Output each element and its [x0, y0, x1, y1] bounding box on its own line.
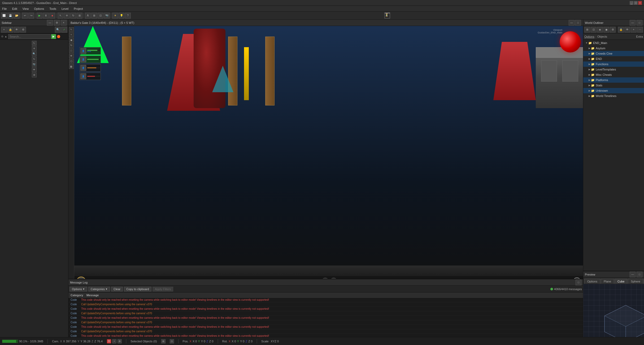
toolbar-btn-help[interactable]: ? — [125, 13, 131, 19]
close-button[interactable]: × — [638, 1, 642, 5]
sidebar-minimize-btn[interactable]: — — [47, 20, 53, 26]
viewport[interactable]: ↖ + ◉ ↻ □ 👁 ⬡ ▦ — [68, 26, 583, 287]
menu-view[interactable]: View — [21, 7, 30, 11]
toolbar-btn-5[interactable]: ↪ — [28, 13, 34, 19]
vp-nav-sphere[interactable]: ◉ — [69, 38, 74, 42]
vp-nav-camera[interactable]: □ — [69, 48, 74, 53]
viewport-minimize-btn[interactable]: — — [569, 20, 575, 26]
menu-options[interactable]: Options — [33, 7, 45, 11]
nav-settings-btn[interactable]: ⚙ — [32, 73, 37, 77]
sidebar-eye-btn[interactable]: 👁 — [14, 27, 20, 33]
outliner-item-stats[interactable]: ▶ 📁 Stats — [583, 83, 644, 88]
minimize-button[interactable]: _ — [630, 1, 633, 5]
outliner-expand-btn[interactable]: □ — [637, 20, 642, 26]
toolbar-btn-light1[interactable]: ☀ — [112, 13, 118, 19]
toolbar-btn-grid[interactable]: ⊞ — [91, 13, 97, 19]
toolbar-btn-stop[interactable]: ■ — [49, 13, 55, 19]
msg-categories-btn[interactable]: Categories ▼ — [88, 287, 110, 291]
outliner-minimize-btn[interactable]: — — [630, 20, 636, 26]
sidebar-search-input[interactable] — [8, 34, 51, 39]
outliner-icon-eye[interactable]: 👁 — [624, 27, 630, 33]
outliner-icon-5[interactable]: ⚙ — [610, 27, 616, 33]
outliner-icon-2[interactable]: ⊡ — [591, 27, 597, 33]
outliner-item-functions[interactable]: ▶ 📁 Functions — [583, 61, 644, 67]
toolbar-btn-2[interactable]: 💾 — [7, 13, 13, 19]
msg-apply-btn[interactable]: Apply Filters — [153, 287, 173, 291]
preview-tab-plane[interactable]: Plane — [601, 279, 614, 284]
toolbar-btn-move[interactable]: ✛ — [64, 13, 70, 19]
menu-edit[interactable]: Edit — [11, 7, 18, 11]
msg-expand-btn[interactable]: □ — [576, 280, 581, 285]
menu-level[interactable]: Level — [60, 7, 69, 11]
status-selected-icon-2[interactable]: ⊡ — [170, 339, 174, 343]
vp-nav-move[interactable]: + — [69, 32, 74, 37]
outliner-icon-4[interactable]: ◉ — [603, 27, 609, 33]
toolbar-btn-3[interactable]: 📂 — [14, 13, 20, 19]
nav-zoom-btn[interactable]: 🔍 — [32, 51, 37, 56]
msg-copy-btn[interactable]: Copy to clipboard — [124, 287, 151, 291]
toolbar-btn-a[interactable]: A — [85, 13, 91, 19]
nav-cursor-btn[interactable]: ↖ — [32, 41, 37, 46]
maximize-button[interactable]: □ — [634, 1, 638, 5]
outliner-options-label[interactable]: Options — [584, 35, 594, 38]
toolbar-btn-play[interactable]: ▶ — [37, 13, 42, 19]
outliner-extra-label[interactable]: Extra — [636, 35, 643, 38]
viewport-expand-btn[interactable]: □ — [575, 20, 581, 26]
status-selected-icon[interactable]: ⊞ — [161, 339, 166, 343]
sidebar-collapse-icon[interactable]: ▲ — [5, 35, 7, 38]
status-cam-icon-1[interactable]: ⚑ — [107, 339, 111, 343]
outliner-icon-3[interactable]: ◈ — [597, 27, 603, 33]
sidebar-search-btn[interactable]: 🔍 — [55, 27, 61, 33]
vp-nav-eye[interactable]: 👁 — [69, 54, 74, 58]
outliner-item-crowds-cine[interactable]: ▶ 📁 Crowds Cine — [583, 51, 644, 56]
sidebar-close-btn[interactable]: × — [61, 20, 67, 26]
toolbar-btn-select[interactable]: ↖ — [58, 13, 63, 19]
preview-tab-sphere[interactable]: Sphere — [628, 279, 643, 284]
vp-nav-cursor[interactable]: ↖ — [69, 27, 74, 32]
outliner-icon-lock[interactable]: 🔒 — [618, 27, 624, 33]
toolbar-btn-cam[interactable]: 📷 — [104, 13, 110, 19]
outliner-icon-add[interactable]: + — [631, 27, 637, 33]
vp-nav-5[interactable]: ▦ — [69, 64, 74, 69]
msg-options-btn[interactable]: Options ▼ — [69, 287, 87, 291]
preview-minimize-btn[interactable]: — — [630, 272, 636, 277]
outliner-item-leveltemplates[interactable]: ▶ 📁 LevelTemplates — [583, 67, 644, 72]
toolbar-btn-snap[interactable]: ⊡ — [98, 13, 103, 19]
preview-tab-cube[interactable]: Cube — [615, 279, 627, 284]
nav-move-btn[interactable]: ✛ — [32, 46, 37, 51]
sidebar-lock-btn[interactable]: 🔒 — [7, 27, 13, 33]
outliner-icon-1[interactable]: ⊞ — [584, 27, 590, 33]
outliner-item-unknown[interactable]: ▶ 📁 Unknown — [583, 88, 644, 93]
sidebar-check-btn[interactable]: ✓ — [61, 27, 67, 33]
sidebar-gear-btn[interactable]: ⚙ — [20, 27, 26, 33]
outliner-item-misc-cheats[interactable]: ▶ 📁 Misc Cheats — [583, 72, 644, 77]
preview-expand-btn[interactable]: □ — [637, 272, 642, 277]
outliner-item-platforms[interactable]: ▶ 📁 Platforms — [583, 77, 644, 83]
toolbar-btn-scale[interactable]: ⊞ — [77, 13, 82, 19]
preview-tab-options[interactable]: Options — [584, 279, 600, 284]
menu-tools[interactable]: Tools — [48, 7, 57, 11]
nav-eye-btn[interactable]: 👁 — [32, 67, 37, 72]
vp-nav-4[interactable]: ⬡ — [69, 59, 74, 64]
outliner-root[interactable]: ▼ 📁 END_Main — [583, 40, 644, 46]
toolbar-btn-light2[interactable]: 💡 — [119, 13, 124, 19]
outliner-icon-extra[interactable]: ⋯ — [637, 27, 643, 33]
sidebar-settings-btn[interactable]: ⚙ — [54, 20, 60, 26]
nav-rotate-btn[interactable]: ↻ — [32, 57, 37, 61]
menu-file[interactable]: File — [1, 7, 8, 11]
menu-project[interactable]: Project — [73, 7, 84, 11]
outliner-item-world-timelines[interactable]: ▶ 📁 World Timelines — [583, 93, 644, 99]
toolbar-btn-4[interactable]: ↩ — [22, 13, 28, 19]
outliner-objects-label[interactable]: Objects — [597, 35, 607, 38]
toolbar-btn-pause[interactable]: ⏸ — [43, 13, 49, 19]
sidebar-add-btn[interactable]: + — [1, 27, 7, 33]
status-cam-icon-3[interactable]: ⚙ — [118, 339, 122, 343]
toolbar-btn-rotate[interactable]: ↻ — [70, 13, 76, 19]
outliner-item-asylum[interactable]: ▶ 📁 Asylum — [583, 46, 644, 51]
status-cam-icon-2[interactable]: + — [112, 339, 116, 343]
msg-clear-btn[interactable]: Clear — [111, 287, 123, 291]
nav-camera-btn[interactable]: 📷 — [32, 62, 37, 67]
toolbar-btn-1[interactable]: ⬜ — [1, 13, 7, 19]
outliner-item-end[interactable]: ▶ 📁 END — [583, 56, 644, 61]
vp-nav-rotate[interactable]: ↻ — [69, 43, 74, 48]
